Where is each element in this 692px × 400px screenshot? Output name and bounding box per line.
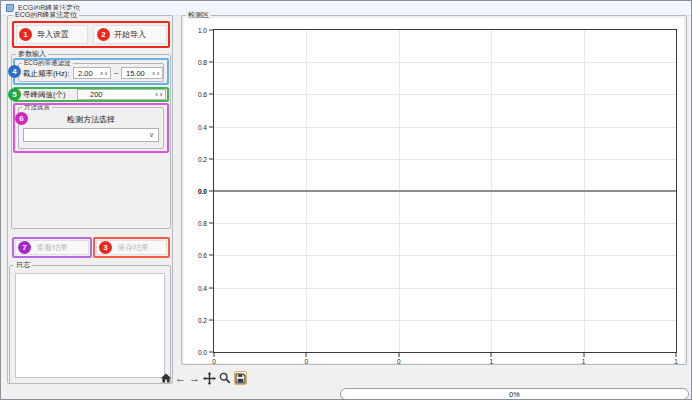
x-tick-label: 1 xyxy=(489,358,493,365)
zoom-icon[interactable] xyxy=(219,371,231,385)
log-textarea xyxy=(15,273,165,378)
spin-up-icon[interactable]: ∧ xyxy=(100,71,104,76)
spin-down-icon[interactable]: ∨ xyxy=(104,71,108,76)
log-group-label: 日志 xyxy=(14,260,32,269)
x-tick-mark xyxy=(306,353,307,357)
y-tick-mark xyxy=(209,158,213,159)
progress-bar: 0% xyxy=(340,388,689,400)
y-tick-mark xyxy=(209,287,213,288)
back-icon[interactable]: ← xyxy=(175,371,186,385)
annotation-badge-3: 3 xyxy=(99,241,112,254)
annotation-badge-6: 6 xyxy=(15,112,28,125)
import-settings-label: 导入设置 xyxy=(37,29,69,40)
y-tick-label: 0.8 xyxy=(198,220,207,227)
plot-axes[interactable]: 1.00.80.60.40.20.00.80.60.40.20.0000111 xyxy=(213,29,677,353)
y-tick-label: 0.4 xyxy=(198,284,207,291)
y-tick-mark xyxy=(209,30,213,31)
y-tick-label: 0.2 xyxy=(198,316,207,323)
x-tick-label: 1 xyxy=(674,358,678,365)
annotation-badge-1: 1 xyxy=(19,28,32,41)
view-results-label: 查看结果 xyxy=(36,242,68,253)
progress-text: 0% xyxy=(509,390,520,399)
subplot-divider xyxy=(214,190,676,192)
gridline-horizontal xyxy=(214,62,676,63)
y-tick-label: 0.4 xyxy=(198,123,207,130)
y-tick-label: 0.0 xyxy=(198,349,207,356)
x-tick-mark xyxy=(398,353,399,357)
y-tick-label: 0.6 xyxy=(198,91,207,98)
gridline-horizontal xyxy=(214,127,676,128)
bandpass-group-label: ECG的带通滤波 xyxy=(22,58,73,67)
spin-down-icon[interactable]: ∨ xyxy=(156,71,160,76)
peak-threshold-spinbox[interactable]: 200 ∧∨ xyxy=(77,89,166,100)
app-window: ECG的R峰算法定位 ECG的R峰算法定位 导入设置 1 开始导入 2 参数输入… xyxy=(0,0,692,400)
start-import-label: 开始导入 xyxy=(114,29,146,40)
y-tick-mark xyxy=(209,62,213,63)
spin-down-icon[interactable]: ∨ xyxy=(159,92,163,97)
cutoff-low-spinbox[interactable]: 2.00 ∧∨ xyxy=(73,67,111,79)
peak-threshold-label: 寻峰阈值(个) xyxy=(23,90,66,100)
left-panel-label: ECG的R峰算法定位 xyxy=(13,10,79,19)
gridline-horizontal xyxy=(214,288,676,289)
y-tick-mark xyxy=(209,319,213,320)
annotation-badge-7: 7 xyxy=(18,241,31,254)
x-tick-label: 0 xyxy=(305,358,309,365)
y-tick-label: 0.2 xyxy=(198,155,207,162)
plot-toolbar: ← → xyxy=(160,369,244,387)
y-tick-mark xyxy=(209,191,213,192)
x-tick-label: 1 xyxy=(582,358,586,365)
annotation-badge-2: 2 xyxy=(97,28,110,41)
y-tick-mark xyxy=(209,255,213,256)
y-tick-label: 0.6 xyxy=(198,252,207,259)
y-tick-mark xyxy=(209,223,213,224)
x-tick-mark xyxy=(583,353,584,357)
method-select-title: 检测方法选择 xyxy=(18,114,164,125)
annotation-badge-4: 4 xyxy=(8,65,21,78)
home-icon[interactable] xyxy=(160,371,172,385)
method-combobox[interactable]: ∨ xyxy=(23,128,159,142)
cutoff-high-spinbox[interactable]: 15.00 ∧∨ xyxy=(121,67,163,79)
annotation-badge-5: 5 xyxy=(8,88,21,101)
plot-panel-label: 检测区 xyxy=(186,10,211,19)
cutoff-low-value: 2.00 xyxy=(76,69,100,78)
gridline-horizontal xyxy=(214,223,676,224)
y-tick-label: 0.0 xyxy=(198,188,207,195)
x-tick-mark xyxy=(676,353,677,357)
chevron-down-icon: ∨ xyxy=(149,131,154,139)
x-tick-label: 0 xyxy=(212,358,216,365)
cutoff-high-value: 15.00 xyxy=(124,69,152,78)
method-group-label: 方法设置 xyxy=(22,102,52,111)
params-group-label: 参数输入 xyxy=(16,49,48,58)
forward-icon[interactable]: → xyxy=(189,371,200,385)
y-tick-label: 0.8 xyxy=(198,59,207,66)
save-icon[interactable] xyxy=(234,371,247,385)
cutoff-label: 截止频率(Hz): xyxy=(23,69,69,79)
plot-canvas[interactable]: 1.00.80.60.40.20.00.80.60.40.20.0000111 xyxy=(184,18,684,363)
x-tick-mark xyxy=(491,353,492,357)
y-tick-mark xyxy=(209,352,213,353)
spin-up-icon[interactable]: ∧ xyxy=(155,92,159,97)
gridline-horizontal xyxy=(214,94,676,95)
y-tick-mark xyxy=(209,126,213,127)
pan-icon[interactable] xyxy=(203,371,216,385)
cutoff-range-separator: ~ xyxy=(114,69,118,78)
x-tick-mark xyxy=(214,353,215,357)
title-bar[interactable]: ECG的R峰算法定位 xyxy=(1,1,691,16)
gridline-horizontal xyxy=(214,159,676,160)
gridline-horizontal xyxy=(214,255,676,256)
save-results-label: 保存结果 xyxy=(117,242,149,253)
y-tick-mark xyxy=(209,94,213,95)
y-tick-label: 1.0 xyxy=(198,27,207,34)
spin-up-icon[interactable]: ∧ xyxy=(152,71,156,76)
gridline-horizontal xyxy=(214,320,676,321)
x-tick-label: 0 xyxy=(397,358,401,365)
peak-threshold-value: 200 xyxy=(80,90,155,99)
